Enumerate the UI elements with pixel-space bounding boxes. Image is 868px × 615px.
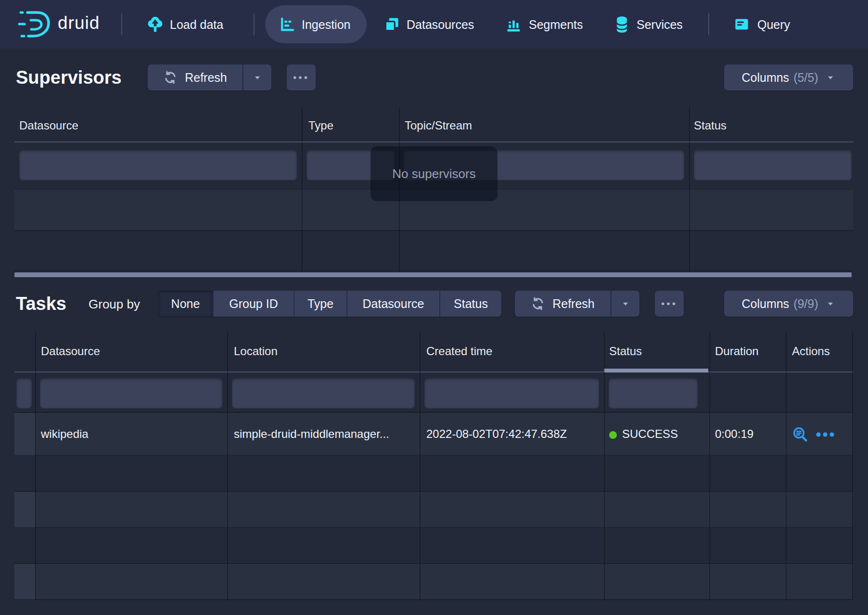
- more-icon: •••: [293, 75, 309, 80]
- table-bottom-edge: [14, 599, 853, 600]
- tasks-filter-datasource[interactable]: [40, 378, 222, 408]
- supervisors-columns-button[interactable]: Columns (5/5): [724, 64, 853, 90]
- supervisors-filter-datasource[interactable]: [19, 150, 297, 180]
- row-leading-cell: [14, 492, 35, 528]
- refresh-icon: [531, 296, 545, 311]
- tasks-more-button[interactable]: •••: [655, 291, 684, 317]
- nav-item-ingestion-label[interactable]: Ingestion: [302, 17, 350, 32]
- column-divider: [227, 332, 228, 600]
- tasks-filter-id[interactable]: [16, 378, 32, 408]
- cell-status: SUCCESS: [622, 427, 678, 441]
- nav-divider: [708, 13, 709, 35]
- datasources-icon: [383, 16, 400, 33]
- row-divider: [14, 412, 853, 413]
- status-success-dot: [609, 431, 617, 439]
- column-divider: [302, 108, 303, 271]
- supervisors-header-underline: [14, 141, 853, 142]
- table-row: [14, 492, 853, 528]
- group-by-label: Group by: [89, 297, 140, 312]
- columns-count: (9/9): [793, 297, 818, 311]
- tasks-columns-button[interactable]: Columns (9/9): [724, 291, 853, 317]
- nav-item-segments[interactable]: Segments: [529, 17, 583, 32]
- refresh-label: Refresh: [185, 71, 227, 85]
- column-divider: [852, 332, 853, 600]
- row-divider: [14, 270, 853, 271]
- services-icon: [614, 14, 629, 35]
- row-divider: [14, 527, 853, 528]
- group-by-status-button[interactable]: Status: [439, 291, 501, 317]
- row-leading-cell: [14, 413, 35, 456]
- nav-item-load-data[interactable]: Load data: [170, 17, 223, 32]
- tasks-title: Tasks: [16, 294, 66, 314]
- tasks-refresh-button[interactable]: Refresh: [515, 291, 611, 317]
- columns-label: Columns: [741, 297, 789, 311]
- tasks-filter-location[interactable]: [232, 378, 415, 408]
- query-icon: [733, 16, 750, 33]
- chevron-down-icon: [252, 72, 263, 83]
- table-row: [14, 564, 853, 600]
- cell-location: simple-druid-middlemanager...: [234, 427, 389, 441]
- column-divider: [604, 332, 605, 600]
- tasks-header-status[interactable]: Status: [609, 345, 642, 358]
- supervisors-refresh-dropdown[interactable]: [243, 64, 271, 90]
- column-divider: [420, 332, 421, 600]
- supervisors-header-topic-stream[interactable]: Topic/Stream: [405, 119, 472, 132]
- group-by-segmented-control: None Group ID Type Datasource Status: [158, 291, 501, 317]
- druid-console: druid Load data Ingestion: [0, 0, 868, 615]
- nav-item-query[interactable]: Query: [757, 17, 790, 32]
- supervisors-empty-state: No supervisors: [370, 146, 498, 201]
- columns-label: Columns: [741, 71, 789, 85]
- cell-duration: 0:00:19: [715, 427, 753, 441]
- column-divider: [709, 332, 710, 600]
- tasks-header-datasource[interactable]: Datasource: [41, 345, 100, 358]
- row-divider: [14, 230, 853, 231]
- column-divider: [689, 108, 690, 271]
- chevron-down-icon: [620, 298, 631, 309]
- columns-count: (5/5): [793, 71, 818, 85]
- tasks-header-location[interactable]: Location: [234, 345, 278, 358]
- tasks-filter-created-time[interactable]: [424, 378, 599, 408]
- supervisors-title: Supervisors: [16, 67, 122, 88]
- segments-icon: [505, 16, 522, 33]
- tasks-header-underline: [14, 372, 853, 372]
- druid-logo-icon[interactable]: [17, 8, 52, 40]
- tasks-refresh-dropdown[interactable]: [611, 291, 639, 317]
- supervisors-more-button[interactable]: •••: [287, 64, 316, 90]
- nav-item-services[interactable]: Services: [637, 17, 683, 32]
- group-by-group-id-button[interactable]: Group ID: [213, 291, 294, 317]
- cell-datasource: wikipedia: [41, 427, 89, 441]
- supervisors-refresh-button[interactable]: Refresh: [148, 64, 243, 90]
- refresh-label: Refresh: [552, 297, 595, 311]
- nav-item-datasources[interactable]: Datasources: [407, 17, 474, 32]
- view-details-magnifier-icon[interactable]: [791, 426, 809, 443]
- supervisors-filter-status[interactable]: [694, 150, 852, 180]
- nav-divider: [254, 13, 255, 35]
- supervisors-header-type[interactable]: Type: [308, 119, 333, 132]
- tasks-header-created-time[interactable]: Created time: [426, 345, 492, 358]
- chevron-down-icon: [825, 72, 836, 83]
- supervisors-header-status[interactable]: Status: [694, 119, 727, 132]
- column-divider: [786, 332, 787, 600]
- group-by-none-button[interactable]: None: [158, 291, 213, 317]
- more-icon: •••: [661, 301, 677, 306]
- group-by-datasource-button[interactable]: Datasource: [346, 291, 439, 317]
- tasks-header-duration[interactable]: Duration: [715, 345, 759, 358]
- group-by-type-button[interactable]: Type: [294, 291, 346, 317]
- supervisors-header-datasource[interactable]: Datasource: [19, 119, 78, 132]
- ingestion-icon: [279, 16, 295, 32]
- column-divider: [35, 332, 36, 600]
- upload-icon: [146, 15, 164, 33]
- row-actions-more-icon[interactable]: [815, 431, 836, 438]
- top-nav: druid Load data Ingestion: [0, 0, 868, 49]
- brand-name[interactable]: druid: [58, 13, 100, 33]
- tasks-header-actions[interactable]: Actions: [792, 345, 830, 358]
- sort-indicator-status: [604, 369, 708, 372]
- row-divider: [14, 455, 853, 456]
- refresh-icon: [163, 70, 178, 85]
- empty-message: No supervisors: [392, 167, 475, 181]
- supervisors-horizontal-scrollbar[interactable]: [14, 272, 852, 277]
- row-divider: [14, 563, 853, 564]
- tasks-filter-status[interactable]: [609, 378, 698, 408]
- cell-created-time: 2022-08-02T07:42:47.638Z: [426, 427, 567, 441]
- nav-divider: [121, 13, 122, 35]
